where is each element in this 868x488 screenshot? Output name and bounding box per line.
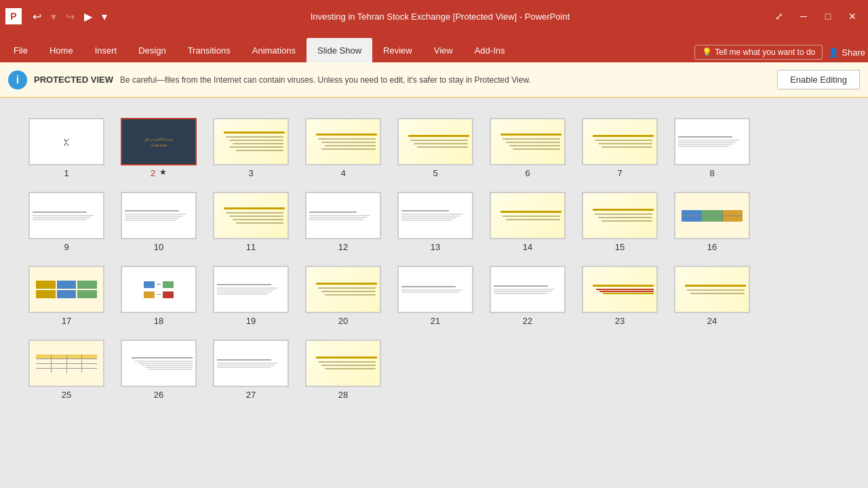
slide-content bbox=[675, 119, 749, 164]
restore-help-button[interactable]: ⤢ bbox=[769, 6, 789, 26]
slide-item[interactable]: 8 bbox=[674, 118, 750, 178]
slide-item[interactable]: 3 bbox=[213, 118, 289, 178]
slide-item[interactable]: 10 bbox=[121, 192, 197, 252]
slide-thumbnail[interactable] bbox=[582, 192, 658, 239]
slide-content bbox=[122, 193, 195, 238]
slide-content bbox=[30, 193, 103, 238]
slides-grid: 𐰓 1 سرمایه‌گذاری در بازار بورس تهران 2 ★ bbox=[20, 111, 848, 407]
slide-thumbnail[interactable] bbox=[582, 266, 658, 313]
slide-item[interactable]: 23 bbox=[582, 266, 658, 326]
slide-thumbnail[interactable] bbox=[397, 192, 473, 239]
slide-thumbnail[interactable] bbox=[213, 340, 289, 387]
slide-thumbnail[interactable] bbox=[397, 118, 473, 165]
slide-label-row: 2 ★ bbox=[151, 165, 167, 178]
slide-content bbox=[675, 267, 749, 312]
lightbulb-icon: 💡 bbox=[702, 47, 712, 57]
maximize-button[interactable]: □ bbox=[818, 6, 838, 26]
slide-thumbnail[interactable] bbox=[213, 118, 289, 165]
slide-thumbnail[interactable] bbox=[305, 118, 381, 165]
slide-item[interactable]: 13 bbox=[397, 192, 473, 252]
slide-thumbnail[interactable] bbox=[305, 340, 381, 387]
slide-content bbox=[122, 267, 195, 312]
slide-thumbnail[interactable] bbox=[674, 192, 750, 239]
close-button[interactable]: ✕ bbox=[842, 6, 863, 26]
tell-me-button[interactable]: 💡 Tell me what you want to do bbox=[694, 45, 823, 60]
slide-item[interactable]: سرمایه‌گذاری در بازار بورس تهران 2 ★ bbox=[121, 118, 197, 178]
slide-item[interactable]: 21 bbox=[397, 266, 473, 326]
tab-file[interactable]: File bbox=[3, 38, 39, 62]
slide-thumbnail[interactable] bbox=[121, 192, 197, 239]
redo-button[interactable]: ↪ bbox=[62, 7, 79, 26]
slide-label-row: 1 bbox=[64, 165, 68, 178]
undo-dropdown[interactable]: ▾ bbox=[47, 7, 60, 26]
slide-item[interactable]: 7 bbox=[582, 118, 658, 178]
slide-content bbox=[30, 341, 103, 386]
slide-item[interactable]: 16 bbox=[674, 192, 750, 252]
slide-item[interactable]: 𐰓 1 bbox=[28, 118, 104, 178]
slide-thumbnail[interactable] bbox=[582, 118, 658, 165]
tab-slide-show[interactable]: Slide Show bbox=[307, 38, 372, 62]
slide-thumbnail[interactable] bbox=[490, 192, 566, 239]
slide-thumbnail[interactable] bbox=[28, 340, 104, 387]
slide-thumbnail[interactable] bbox=[305, 266, 381, 313]
tab-insert[interactable]: Insert bbox=[84, 38, 128, 62]
slide-thumbnail[interactable] bbox=[397, 266, 473, 313]
tab-transitions[interactable]: Transitions bbox=[177, 38, 241, 62]
slide-thumbnail[interactable]: 𐰓 bbox=[28, 118, 104, 165]
slide-number: 2 bbox=[151, 168, 155, 178]
slide-thumbnail[interactable]: سرمایه‌گذاری در بازار بورس تهران bbox=[121, 118, 197, 165]
slide-item[interactable]: 17 bbox=[28, 266, 104, 326]
slide-item[interactable]: 22 bbox=[490, 266, 566, 326]
slide-thumbnail[interactable] bbox=[28, 266, 104, 313]
slide-item[interactable]: 9 bbox=[28, 192, 104, 252]
tab-add-ins[interactable]: Add-Ins bbox=[464, 38, 516, 62]
undo-button[interactable]: ↩ bbox=[28, 7, 45, 26]
enable-editing-button[interactable]: Enable Editing bbox=[777, 70, 860, 89]
slide-thumbnail[interactable] bbox=[28, 192, 104, 239]
slide-item[interactable]: 15 bbox=[582, 192, 658, 252]
slide-content bbox=[307, 119, 380, 164]
slide-thumbnail[interactable] bbox=[121, 266, 197, 313]
slide-item[interactable]: 25 bbox=[28, 340, 104, 400]
slide-item[interactable]: 11 bbox=[213, 192, 289, 252]
slide-thumbnail[interactable] bbox=[674, 118, 750, 165]
slide-item[interactable]: 27 bbox=[213, 340, 289, 400]
customize-qat-button[interactable]: ▾ bbox=[98, 7, 111, 26]
slide-content bbox=[30, 267, 103, 312]
tab-design[interactable]: Design bbox=[127, 38, 176, 62]
slide-item[interactable]: 14 bbox=[490, 192, 566, 252]
tab-review[interactable]: Review bbox=[372, 38, 423, 62]
slide-thumbnail[interactable] bbox=[490, 118, 566, 165]
slide-item[interactable]: 4 bbox=[305, 118, 381, 178]
tab-view[interactable]: View bbox=[423, 38, 464, 62]
slide-thumbnail[interactable] bbox=[121, 340, 197, 387]
share-button[interactable]: 👤 Share bbox=[828, 47, 865, 58]
slide-label-row: 13 bbox=[431, 239, 440, 252]
slide-item[interactable]: 12 bbox=[305, 192, 381, 252]
slide-content bbox=[583, 193, 656, 238]
slide-item[interactable]: 6 bbox=[490, 118, 566, 178]
slide-item[interactable]: 19 bbox=[213, 266, 289, 326]
slide-thumbnail[interactable] bbox=[490, 266, 566, 313]
slide-item[interactable]: 28 bbox=[305, 340, 381, 400]
slide-thumbnail[interactable] bbox=[213, 266, 289, 313]
slide-item[interactable]: 24 bbox=[674, 266, 750, 326]
slide-item[interactable]: 26 bbox=[121, 340, 197, 400]
slide-content bbox=[122, 341, 195, 386]
slide-calligraphy: 𐰓 bbox=[64, 135, 70, 149]
slide-number: 5 bbox=[433, 168, 437, 178]
slide-thumbnail[interactable] bbox=[674, 266, 750, 313]
minimize-button[interactable]: ─ bbox=[793, 6, 814, 26]
slide-item[interactable]: 20 bbox=[305, 266, 381, 326]
slide-thumbnail[interactable] bbox=[213, 192, 289, 239]
slide-thumbnail[interactable] bbox=[305, 192, 381, 239]
slide-content bbox=[491, 193, 564, 238]
slide-content bbox=[307, 193, 380, 238]
slide-number: 20 bbox=[338, 316, 348, 326]
slide-content bbox=[675, 193, 749, 238]
slide-item[interactable]: 5 bbox=[397, 118, 473, 178]
slide-item[interactable]: 18 bbox=[121, 266, 197, 326]
tab-home[interactable]: Home bbox=[39, 38, 84, 62]
start-presentation-button[interactable]: ▶ bbox=[80, 7, 96, 26]
tab-animations[interactable]: Animations bbox=[241, 38, 307, 62]
